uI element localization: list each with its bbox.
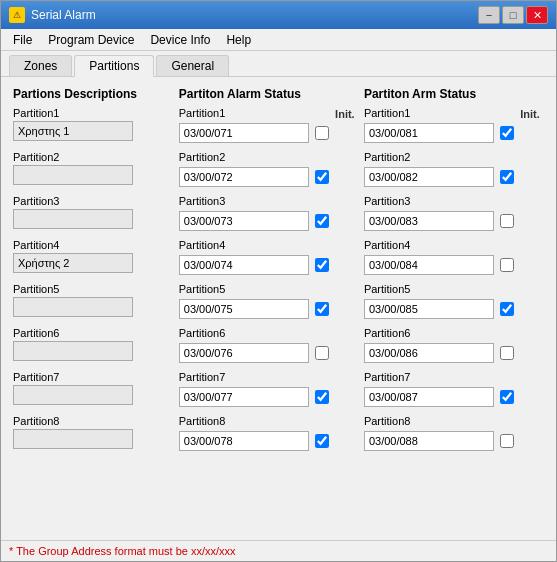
alarm-header-row-6: Partition6 (179, 327, 359, 341)
menu-help[interactable]: Help (218, 31, 259, 49)
arm-label-6: Partition6 (364, 327, 410, 339)
partition-row: Partition1Partition1Init.Partition1Init. (13, 107, 544, 143)
alarm-header-row-2: Partition2 (179, 151, 359, 165)
part-desc-input-7[interactable] (13, 385, 133, 405)
part-alarm-section-7: Partition7 (179, 371, 359, 407)
close-button[interactable]: ✕ (526, 6, 548, 24)
alarm-code-input-4[interactable] (179, 255, 309, 275)
arm-checkbox-7[interactable] (500, 390, 514, 404)
minimize-button[interactable]: − (478, 6, 500, 24)
alarm-checkbox-2[interactable] (315, 170, 329, 184)
tab-partitions[interactable]: Partitions (74, 55, 154, 77)
partition-row: Partition2Partition2Partition2 (13, 151, 544, 187)
part-desc-input-4[interactable] (13, 253, 133, 273)
tabs-bar: Zones Partitions General (1, 51, 556, 77)
maximize-button[interactable]: □ (502, 6, 524, 24)
part-desc-section-6: Partition6 (13, 327, 169, 361)
part-desc-input-5[interactable] (13, 297, 133, 317)
arm-code-input-1[interactable] (364, 123, 494, 143)
arm-header-row-3: Partition3 (364, 195, 544, 209)
content-area: Partions Descriptions Partiton Alarm Sta… (1, 77, 556, 540)
alarm-code-input-7[interactable] (179, 387, 309, 407)
part-desc-section-5: Partition5 (13, 283, 169, 317)
arm-row-4 (364, 255, 544, 275)
alarm-checkbox-6[interactable] (315, 346, 329, 360)
arm-row-7 (364, 387, 544, 407)
part-desc-section-3: Partition3 (13, 195, 169, 229)
arm-header-row-2: Partition2 (364, 151, 544, 165)
arm-label-5: Partition5 (364, 283, 410, 295)
part-desc-input-2[interactable] (13, 165, 133, 185)
alarm-checkbox-8[interactable] (315, 434, 329, 448)
alarm-checkbox-3[interactable] (315, 214, 329, 228)
alarm-code-input-6[interactable] (179, 343, 309, 363)
alarm-code-input-8[interactable] (179, 431, 309, 451)
arm-checkbox-4[interactable] (500, 258, 514, 272)
arm-checkbox-2[interactable] (500, 170, 514, 184)
part-desc-input-3[interactable] (13, 209, 133, 229)
part-alarm-section-8: Partition8 (179, 415, 359, 451)
alarm-code-input-2[interactable] (179, 167, 309, 187)
part-desc-label-2: Partition2 (13, 151, 169, 163)
arm-header-row-6: Partition6 (364, 327, 544, 341)
title-bar: ⚠ Serial Alarm − □ ✕ (1, 1, 556, 29)
alarm-row-8 (179, 431, 359, 451)
part-arm-section-4: Partition4 (364, 239, 544, 275)
alarm-code-input-5[interactable] (179, 299, 309, 319)
partition-row: Partition4Partition4Partition4 (13, 239, 544, 275)
arm-code-input-6[interactable] (364, 343, 494, 363)
partition-row: Partition5Partition5Partition5 (13, 283, 544, 319)
menu-program-device[interactable]: Program Device (40, 31, 142, 49)
arm-header-row-5: Partition5 (364, 283, 544, 297)
arm-code-input-5[interactable] (364, 299, 494, 319)
app-icon: ⚠ (9, 7, 25, 23)
alarm-checkbox-1[interactable] (315, 126, 329, 140)
arm-label-2: Partition2 (364, 151, 410, 163)
arm-label-3: Partition3 (364, 195, 410, 207)
partition-row: Partition6Partition6Partition6 (13, 327, 544, 363)
menu-bar: File Program Device Device Info Help (1, 29, 556, 51)
arm-row-5 (364, 299, 544, 319)
part-desc-input-8[interactable] (13, 429, 133, 449)
arm-checkbox-3[interactable] (500, 214, 514, 228)
arm-code-input-3[interactable] (364, 211, 494, 231)
arm-header-row-1: Partition1Init. (364, 107, 544, 121)
part-desc-section-8: Partition8 (13, 415, 169, 449)
part-alarm-section-3: Partition3 (179, 195, 359, 231)
arm-row-6 (364, 343, 544, 363)
alarm-label-4: Partition4 (179, 239, 225, 251)
alarm-code-input-3[interactable] (179, 211, 309, 231)
alarm-row-2 (179, 167, 359, 187)
part-desc-label-5: Partition5 (13, 283, 169, 295)
menu-device-info[interactable]: Device Info (142, 31, 218, 49)
part-arm-section-8: Partition8 (364, 415, 544, 451)
alarm-code-input-1[interactable] (179, 123, 309, 143)
arm-code-input-7[interactable] (364, 387, 494, 407)
arm-code-input-4[interactable] (364, 255, 494, 275)
alarm-row-5 (179, 299, 359, 319)
part-desc-input-1[interactable] (13, 121, 133, 141)
alarm-checkbox-5[interactable] (315, 302, 329, 316)
part-arm-section-7: Partition7 (364, 371, 544, 407)
arm-checkbox-1[interactable] (500, 126, 514, 140)
arm-checkbox-6[interactable] (500, 346, 514, 360)
tab-general[interactable]: General (156, 55, 229, 76)
arm-checkbox-8[interactable] (500, 434, 514, 448)
window-title: Serial Alarm (31, 8, 96, 22)
alarm-row-3 (179, 211, 359, 231)
alarm-checkbox-7[interactable] (315, 390, 329, 404)
part-arm-section-6: Partition6 (364, 327, 544, 363)
main-window: ⚠ Serial Alarm − □ ✕ File Program Device… (0, 0, 557, 562)
part-alarm-section-5: Partition5 (179, 283, 359, 319)
arm-code-input-2[interactable] (364, 167, 494, 187)
part-desc-section-1: Partition1 (13, 107, 169, 141)
tab-zones[interactable]: Zones (9, 55, 72, 76)
alarm-header-row-3: Partition3 (179, 195, 359, 209)
part-alarm-section-4: Partition4 (179, 239, 359, 275)
menu-file[interactable]: File (5, 31, 40, 49)
arm-code-input-8[interactable] (364, 431, 494, 451)
arm-checkbox-5[interactable] (500, 302, 514, 316)
arm-header-row-7: Partition7 (364, 371, 544, 385)
alarm-checkbox-4[interactable] (315, 258, 329, 272)
part-desc-input-6[interactable] (13, 341, 133, 361)
